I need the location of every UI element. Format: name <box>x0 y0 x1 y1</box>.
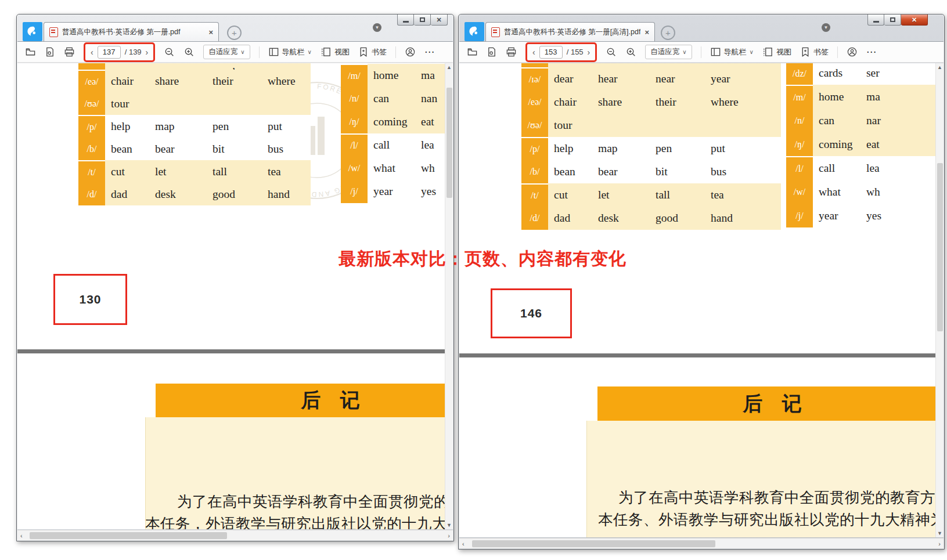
minimize-button[interactable] <box>397 15 414 26</box>
zoom-out-button[interactable] <box>606 46 617 57</box>
navigation-pane-button[interactable]: 导航栏 ∨ <box>710 46 754 57</box>
person-icon <box>405 46 416 57</box>
toolbar-separator <box>701 46 701 58</box>
fit-width-dropdown[interactable]: 自适应宽 ∨ <box>203 45 250 59</box>
horizontal-scroll-thumb[interactable] <box>30 532 227 539</box>
page-number-input[interactable] <box>98 46 121 59</box>
zoom-out-button[interactable] <box>164 46 175 57</box>
phonetic-row: /w/whatwh <box>786 180 935 204</box>
fit-width-label: 自适应宽 <box>208 47 237 57</box>
phonetic-symbol: /d/ <box>521 207 548 230</box>
vertical-scroll-thumb[interactable] <box>937 163 943 331</box>
account-button[interactable] <box>405 46 416 57</box>
toolbar-separator <box>837 46 838 58</box>
page-export-icon <box>45 46 55 57</box>
phonetic-symbol: /p/ <box>521 137 548 160</box>
maximize-button[interactable] <box>884 15 901 26</box>
print-button[interactable] <box>506 46 517 57</box>
phonetic-symbol: /ʊə/ <box>78 92 105 115</box>
fit-width-dropdown[interactable]: 自适应宽 ∨ <box>645 45 692 59</box>
navigation-pane-button[interactable]: 导航栏 ∨ <box>268 46 312 57</box>
maximize-button[interactable] <box>414 15 431 26</box>
previous-page-button[interactable]: ‹ <box>91 48 93 57</box>
skin-menu-button[interactable]: ▼ <box>822 23 830 32</box>
bookmark-button[interactable]: 书签 <box>358 46 387 57</box>
new-tab-button[interactable]: + <box>227 26 242 40</box>
word: map <box>598 142 656 155</box>
export-page-button[interactable] <box>45 46 55 57</box>
vertical-scrollbar[interactable]: ▲ ▼ <box>935 63 944 537</box>
tab-close-icon[interactable]: × <box>644 28 649 37</box>
document-tab[interactable]: 普通高中教科书·英语必修 第一册[高清].pdf × <box>485 22 655 41</box>
afterword-page <box>145 417 445 529</box>
word-cells: beanbearbitbus <box>548 160 781 183</box>
scroll-left-arrow[interactable]: ‹ <box>462 540 465 547</box>
skin-menu-button[interactable]: ▼ <box>373 23 381 32</box>
word: ser <box>866 67 880 80</box>
previous-page-button[interactable]: ‹ <box>532 48 535 57</box>
print-button[interactable] <box>64 46 75 57</box>
word: yes <box>421 185 436 198</box>
horizontal-scrollbar[interactable]: ‹ › <box>459 538 944 548</box>
word-cells: chairsharetheirwhere <box>105 70 311 92</box>
phonetic-row: /eə/chairsharetheirwhere <box>521 91 781 114</box>
scroll-left-arrow[interactable]: ‹ <box>20 532 23 539</box>
zoom-in-button[interactable] <box>183 46 195 57</box>
printer-icon <box>64 46 75 57</box>
vertical-scrollbar[interactable]: ▲ ▼ <box>445 63 453 529</box>
folder-icon <box>467 46 478 57</box>
minimize-button[interactable] <box>867 15 884 26</box>
view-button[interactable]: 视图 <box>762 46 791 57</box>
zoom-in-button[interactable] <box>625 46 636 57</box>
close-button[interactable]: ✕ <box>901 15 928 26</box>
printer-icon <box>506 46 517 57</box>
phonetic-symbol: /d/ <box>78 183 105 205</box>
scroll-down-arrow[interactable]: ▼ <box>445 522 453 528</box>
word: nan <box>421 92 437 105</box>
new-tab-button[interactable]: + <box>661 26 675 40</box>
open-file-button[interactable] <box>467 46 478 57</box>
close-button[interactable]: ✕ <box>431 15 448 26</box>
document-tab[interactable]: 普通高中教科书·英语必修 第一册.pdf × <box>44 22 219 41</box>
word: good <box>656 212 711 225</box>
row-sliver <box>548 63 781 67</box>
horizontal-scroll-track[interactable] <box>467 540 936 547</box>
page-total-label: / 155 <box>567 48 584 56</box>
account-button[interactable] <box>847 46 858 57</box>
next-page-button[interactable]: › <box>146 48 149 57</box>
more-options-button[interactable]: ⋯ <box>424 46 435 58</box>
more-options-button[interactable]: ⋯ <box>866 46 877 58</box>
export-page-button[interactable] <box>487 46 497 57</box>
word: year <box>819 209 866 222</box>
word-cells: helpmappenput <box>105 115 311 138</box>
word: lea <box>421 139 434 151</box>
view-button[interactable]: 视图 <box>321 46 350 57</box>
horizontal-scroll-thumb[interactable] <box>472 540 715 547</box>
titlebar[interactable]: 普通高中教科书·英语必修 第一册.pdf × + ▼ ✕ <box>17 15 453 41</box>
horizontal-scroll-track[interactable] <box>26 532 445 539</box>
vertical-scroll-thumb[interactable] <box>447 88 452 198</box>
open-file-button[interactable] <box>25 46 36 57</box>
next-page-button[interactable]: › <box>588 48 590 57</box>
phonetic-symbol: /m/ <box>786 85 813 109</box>
scroll-up-arrow[interactable]: ▲ <box>936 64 944 70</box>
word-cells: daddeskgoodhand <box>105 183 311 205</box>
scroll-up-arrow[interactable]: ▲ <box>445 64 453 70</box>
pdf-canvas: FOREIGN LANGUAGE TEACHING AND RESEARCH P… <box>17 63 453 529</box>
horizontal-scrollbar[interactable]: ‹ › <box>17 530 453 540</box>
scroll-right-arrow[interactable]: › <box>938 540 941 547</box>
word: where <box>711 96 739 109</box>
titlebar[interactable]: 普通高中教科书·英语必修 第一册[高清].pdf × + ▼ ✕ <box>459 15 944 41</box>
phonetic-symbol: /ʊə/ <box>521 114 548 137</box>
word: tea <box>711 189 724 201</box>
view-label: 视图 <box>334 47 350 57</box>
scroll-down-arrow[interactable]: ▼ <box>936 530 944 536</box>
afterword-banner: 后 记 <box>597 386 944 421</box>
bookmark-button[interactable]: 书签 <box>800 46 829 57</box>
word: nar <box>866 114 881 127</box>
word: bean <box>111 143 155 156</box>
scroll-right-arrow[interactable]: › <box>448 532 450 539</box>
tab-close-icon[interactable]: × <box>208 28 213 37</box>
page-number-input[interactable] <box>539 46 563 59</box>
word: bean <box>554 165 598 178</box>
